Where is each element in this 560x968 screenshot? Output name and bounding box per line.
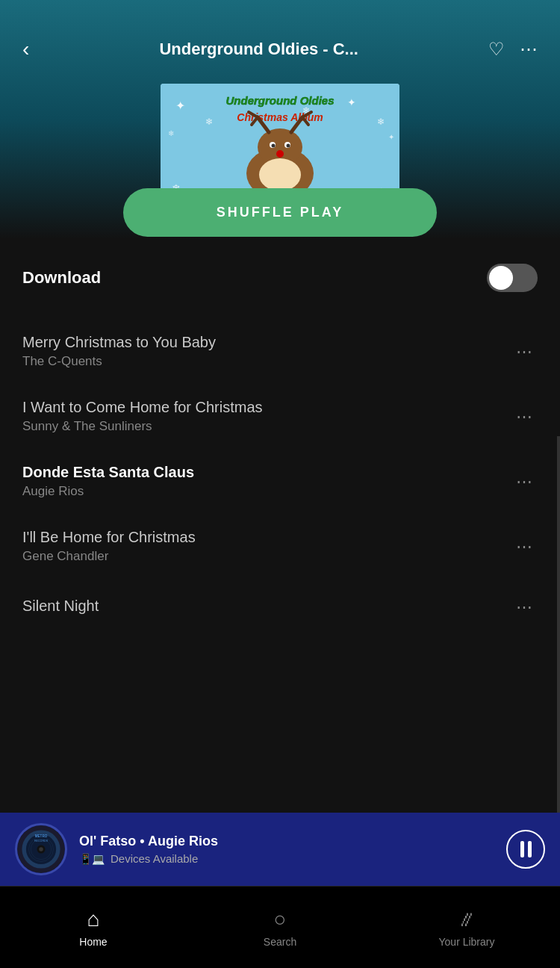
search-label: Search	[264, 936, 296, 948]
top-bar-actions: ♡ ⋯	[488, 39, 538, 60]
album-art: ✦ ❄ ✦ ❄ ✦ ❄ ❄ ✦ Underground Oldies Chris…	[161, 84, 399, 203]
song-artist: Gene Chandler	[22, 549, 512, 564]
song-more-icon[interactable]: ⋯	[512, 403, 538, 430]
top-bar: ‹ Underground Oldies - C... ♡ ⋯	[0, 0, 560, 76]
devices-label: Devices Available	[111, 852, 198, 865]
heart-icon[interactable]: ♡	[488, 39, 505, 60]
svg-text:✦: ✦	[175, 99, 185, 112]
home-label: Home	[79, 936, 107, 948]
download-toggle[interactable]	[487, 264, 538, 292]
home-icon: ⌂	[87, 908, 100, 931]
search-icon: ○	[274, 908, 287, 931]
svg-text:✦: ✦	[347, 96, 356, 108]
library-icon: ⫽	[456, 907, 477, 931]
svg-point-33	[39, 847, 43, 851]
song-title: Silent Night	[22, 598, 512, 615]
svg-point-18	[276, 150, 284, 158]
song-more-icon[interactable]: ⋯	[512, 338, 538, 365]
now-playing-title: Ol' Fatso • Augie Rios	[79, 834, 506, 849]
svg-text:❄: ❄	[168, 129, 174, 137]
song-title: Merry Christmas to You Baby	[22, 334, 512, 351]
devices-icon: 📱💻	[79, 853, 105, 865]
song-list: Merry Christmas to You Baby The C-Quents…	[0, 319, 560, 636]
shuffle-play-section: SHUFFLE PLAY	[0, 188, 560, 237]
pause-button[interactable]	[506, 830, 545, 869]
svg-point-16	[272, 144, 276, 148]
download-label: Download	[22, 268, 101, 288]
list-item[interactable]: Merry Christmas to You Baby The C-Quents…	[0, 319, 560, 384]
list-item[interactable]: I Want to Come Home for Christmas Sunny …	[0, 384, 560, 449]
song-more-icon[interactable]: ⋯	[512, 468, 538, 495]
list-item[interactable]: I'll Be Home for Christmas Gene Chandler…	[0, 514, 560, 579]
album-art-container: ✦ ❄ ✦ ❄ ✦ ❄ ❄ ✦ Underground Oldies Chris…	[0, 84, 560, 203]
song-title: Donde Esta Santa Claus	[22, 464, 512, 481]
nav-item-library[interactable]: ⫽ Your Library	[373, 907, 560, 948]
more-options-icon[interactable]: ⋯	[520, 39, 538, 60]
song-more-icon[interactable]: ⋯	[512, 533, 538, 560]
svg-point-13	[259, 158, 301, 191]
song-artist: Augie Rios	[22, 484, 512, 499]
song-title: I Want to Come Home for Christmas	[22, 399, 512, 416]
library-label: Your Library	[439, 936, 495, 948]
pause-bar-left	[520, 841, 524, 857]
bottom-nav: ⌂ Home ○ Search ⫽ Your Library	[0, 886, 560, 968]
toggle-knob	[489, 266, 513, 290]
svg-text:RECORDS: RECORDS	[34, 840, 49, 843]
song-artist: The C-Quents	[22, 354, 512, 369]
nav-item-search[interactable]: ○ Search	[187, 908, 373, 948]
song-title: I'll Be Home for Christmas	[22, 529, 512, 546]
shuffle-play-button[interactable]: SHUFFLE PLAY	[123, 188, 437, 237]
list-item[interactable]: Silent Night ⋯	[0, 579, 560, 636]
song-info: Silent Night	[22, 598, 512, 618]
song-info: Merry Christmas to You Baby The C-Quents	[22, 334, 512, 369]
svg-text:Underground Oldies: Underground Oldies	[225, 94, 334, 107]
nav-item-home[interactable]: ⌂ Home	[0, 908, 187, 948]
svg-text:✦: ✦	[388, 133, 394, 141]
back-button[interactable]: ‹	[22, 37, 29, 61]
svg-point-17	[287, 144, 290, 148]
song-info: I Want to Come Home for Christmas Sunny …	[22, 399, 512, 434]
download-row: Download	[0, 237, 560, 319]
page-title: Underground Oldies - C...	[44, 40, 473, 59]
list-item[interactable]: Donde Esta Santa Claus Augie Rios ⋯	[0, 449, 560, 514]
now-playing-bar[interactable]: METRO RECORDS Ol' Fatso • Augie Rios 📱💻 …	[0, 813, 560, 886]
song-info: I'll Be Home for Christmas Gene Chandler	[22, 529, 512, 564]
svg-text:❄: ❄	[205, 117, 213, 127]
pause-bar-right	[528, 841, 532, 857]
song-more-icon[interactable]: ⋯	[512, 594, 538, 621]
album-disc: METRO RECORDS	[15, 823, 67, 875]
now-playing-subtitle: 📱💻 Devices Available	[79, 852, 506, 865]
song-info: Donde Esta Santa Claus Augie Rios	[22, 464, 512, 499]
now-playing-info: Ol' Fatso • Augie Rios 📱💻 Devices Availa…	[79, 834, 506, 865]
pause-icon	[520, 841, 532, 857]
svg-text:❄: ❄	[377, 117, 385, 127]
song-artist: Sunny & The Sunliners	[22, 419, 512, 434]
